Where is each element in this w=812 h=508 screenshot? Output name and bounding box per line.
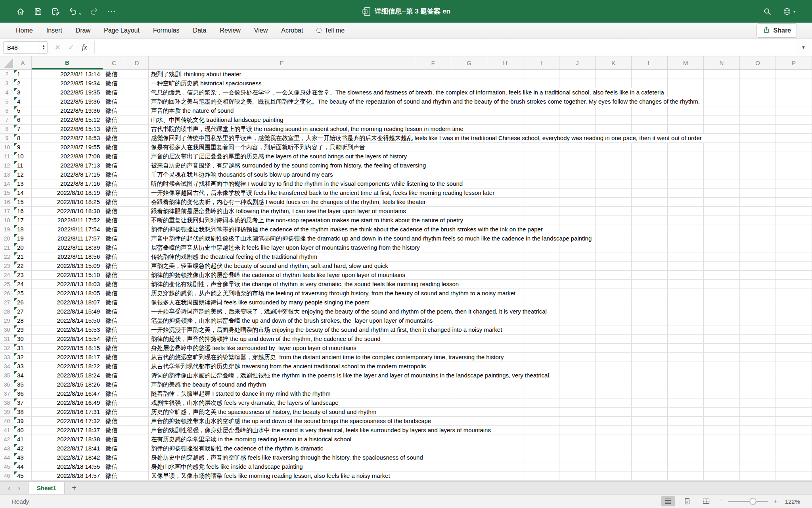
cell-O19[interactable] bbox=[740, 225, 776, 234]
cell-G36[interactable] bbox=[451, 380, 487, 389]
cell-O5[interactable] bbox=[740, 97, 776, 106]
cell-A18[interactable]: 17 bbox=[14, 216, 32, 225]
cell-J41[interactable] bbox=[559, 426, 596, 435]
cell-N22[interactable] bbox=[704, 252, 740, 261]
cell-L3[interactable] bbox=[632, 79, 668, 88]
cell-A7[interactable]: 6 bbox=[14, 115, 32, 124]
cell-G16[interactable] bbox=[451, 198, 487, 206]
cell-P15[interactable] bbox=[776, 189, 812, 197]
cell-F36[interactable] bbox=[415, 380, 451, 389]
cell-D14[interactable] bbox=[125, 179, 149, 188]
sheet-tab-sheet1[interactable]: Sheet1 bbox=[28, 482, 65, 494]
cell-D18[interactable] bbox=[125, 216, 149, 225]
cell-H7[interactable] bbox=[487, 115, 523, 124]
ribbon-tab-view[interactable]: View bbox=[254, 27, 268, 34]
cell-O10[interactable] bbox=[740, 143, 776, 152]
cell-N6[interactable] bbox=[704, 106, 740, 115]
cell-J31[interactable] bbox=[559, 335, 596, 343]
row-header-25[interactable]: 25 bbox=[0, 280, 14, 289]
cell-D2[interactable] bbox=[125, 70, 149, 79]
cell-B46[interactable]: 2022/8/18 14:57 bbox=[32, 471, 103, 480]
cell-G38[interactable] bbox=[451, 398, 487, 407]
cell-K26[interactable] bbox=[596, 289, 632, 298]
cell-E22[interactable]: 传统韵律的戏剧感 the theatrical feeling of the t… bbox=[149, 252, 415, 261]
cell-E10[interactable]: 像是有很多人在我周围重复着同一个内容，到后面就听不到内容了，只能听到声音 bbox=[149, 143, 415, 152]
cell-D23[interactable] bbox=[125, 262, 149, 270]
row-header-17[interactable]: 17 bbox=[0, 207, 14, 216]
cell-O36[interactable] bbox=[740, 380, 776, 389]
cell-A10[interactable]: 9 bbox=[14, 143, 32, 152]
cell-L27[interactable] bbox=[632, 298, 668, 307]
cell-B16[interactable]: 2022/8/10 18:25 bbox=[32, 198, 103, 206]
cell-N11[interactable] bbox=[704, 152, 740, 161]
cell-A9[interactable]: 8 bbox=[14, 134, 32, 142]
cell-E13[interactable]: 千万个灵魂在我耳边炸响 thousands of souls blow up a… bbox=[149, 170, 415, 179]
cell-P5[interactable] bbox=[776, 97, 812, 106]
cell-A17[interactable]: 16 bbox=[14, 207, 32, 216]
cell-K46[interactable] bbox=[596, 471, 632, 480]
zoom-slider[interactable] bbox=[728, 501, 768, 502]
cell-P32[interactable] bbox=[776, 344, 812, 352]
cell-P21[interactable] bbox=[776, 243, 812, 252]
cell-M18[interactable] bbox=[668, 216, 704, 225]
cell-B38[interactable]: 2022/8/16 16:49 bbox=[32, 398, 103, 407]
row-header-14[interactable]: 14 bbox=[0, 179, 14, 188]
cell-J17[interactable] bbox=[559, 207, 596, 216]
cell-N5[interactable] bbox=[704, 97, 740, 106]
cell-P24[interactable] bbox=[776, 271, 812, 279]
cell-P37[interactable] bbox=[776, 389, 812, 398]
cell-K20[interactable] bbox=[596, 234, 632, 243]
cell-I23[interactable] bbox=[523, 262, 559, 270]
cell-A21[interactable]: 20 bbox=[14, 243, 32, 252]
cell-A35[interactable]: 34 bbox=[14, 371, 32, 380]
cell-D30[interactable] bbox=[125, 325, 149, 334]
cell-O15[interactable] bbox=[740, 189, 776, 197]
cell-H42[interactable] bbox=[487, 435, 523, 444]
cell-G3[interactable] bbox=[451, 79, 487, 88]
cell-D36[interactable] bbox=[125, 380, 149, 389]
cell-C41[interactable]: 微信 bbox=[103, 426, 125, 435]
column-header-A[interactable]: A bbox=[14, 56, 32, 69]
cell-F46[interactable] bbox=[415, 471, 451, 480]
cell-I13[interactable] bbox=[523, 170, 559, 179]
cell-L46[interactable] bbox=[632, 471, 668, 480]
cell-G22[interactable] bbox=[451, 252, 487, 261]
cell-G10[interactable] bbox=[451, 143, 487, 152]
cell-B36[interactable]: 2022/8/15 18:26 bbox=[32, 380, 103, 389]
cancel-icon[interactable]: ✕ bbox=[55, 43, 60, 52]
cell-B18[interactable]: 2022/8/11 17:52 bbox=[32, 216, 103, 225]
cell-N16[interactable] bbox=[704, 198, 740, 206]
cell-P23[interactable] bbox=[776, 262, 812, 270]
cell-E41[interactable]: 声音的戏剧性很强，像身处层峦叠嶂的山水中 the sound is very t… bbox=[149, 426, 415, 435]
cell-D4[interactable] bbox=[125, 88, 149, 97]
cell-N42[interactable] bbox=[704, 435, 740, 444]
cell-O42[interactable] bbox=[740, 435, 776, 444]
row-header-29[interactable]: 29 bbox=[0, 316, 14, 325]
cell-O40[interactable] bbox=[740, 417, 776, 425]
cell-L40[interactable] bbox=[632, 417, 668, 425]
undo-button[interactable]: ˅ bbox=[68, 7, 81, 16]
cell-E34[interactable]: 从古代学堂到现代都市的历史穿越 traversing from the anci… bbox=[149, 362, 415, 371]
column-header-O[interactable]: O bbox=[740, 56, 776, 69]
cell-K45[interactable] bbox=[596, 462, 632, 471]
cell-I46[interactable] bbox=[523, 471, 559, 480]
cell-C27[interactable]: 微信 bbox=[103, 298, 125, 307]
cell-O9[interactable] bbox=[740, 134, 776, 142]
cell-J44[interactable] bbox=[559, 453, 596, 462]
cell-P13[interactable] bbox=[776, 170, 812, 179]
cell-M10[interactable] bbox=[668, 143, 704, 152]
row-header-7[interactable]: 7 bbox=[0, 115, 14, 124]
cell-D12[interactable] bbox=[125, 161, 149, 170]
cell-G12[interactable] bbox=[451, 161, 487, 170]
ribbon-tab-draw[interactable]: Draw bbox=[76, 27, 90, 34]
cell-E2[interactable]: 想到了戏剧 thinking about theater bbox=[149, 70, 415, 79]
cell-B45[interactable]: 2022/8/18 14:55 bbox=[32, 462, 103, 471]
cell-N40[interactable] bbox=[704, 417, 740, 425]
cell-A45[interactable]: 44 bbox=[14, 462, 32, 471]
cell-G39[interactable] bbox=[451, 408, 487, 416]
cell-N21[interactable] bbox=[704, 243, 740, 252]
cell-O7[interactable] bbox=[740, 115, 776, 124]
cell-J36[interactable] bbox=[559, 380, 596, 389]
cell-M38[interactable] bbox=[668, 398, 704, 407]
cell-L37[interactable] bbox=[632, 389, 668, 398]
